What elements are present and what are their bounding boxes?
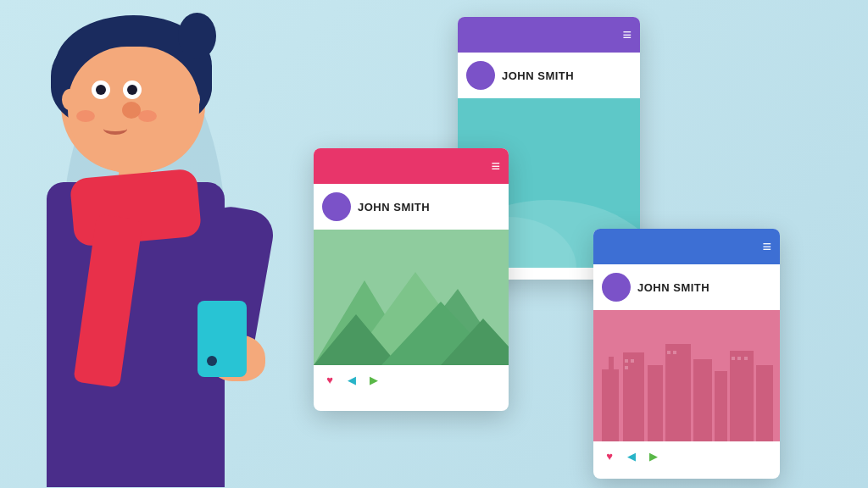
phone <box>198 301 247 377</box>
eye-right <box>123 80 142 99</box>
card-3-heart-icon[interactable]: ♥ <box>602 448 617 463</box>
card-1-chat-icon[interactable]: ◀ <box>344 372 359 387</box>
svg-rect-17 <box>715 371 727 441</box>
social-card-3: ≡ JOHN SMITH ♥ <box>593 229 780 479</box>
svg-rect-15 <box>665 344 691 441</box>
hamburger-icon-3[interactable]: ≡ <box>762 238 771 256</box>
hair-bun <box>178 13 216 59</box>
svg-rect-27 <box>744 357 748 360</box>
card-2-header: ≡ <box>458 17 640 53</box>
character <box>0 0 305 488</box>
hamburger-icon[interactable]: ≡ <box>622 26 632 44</box>
svg-rect-24 <box>673 351 676 354</box>
svg-rect-14 <box>648 365 663 441</box>
card-3-username: JOHN SMITH <box>637 281 709 294</box>
svg-rect-25 <box>732 357 735 360</box>
svg-rect-21 <box>631 359 634 363</box>
card-1-avatar <box>322 192 351 221</box>
svg-rect-12 <box>609 357 614 369</box>
card-3-chat-icon[interactable]: ◀ <box>624 448 639 463</box>
card-1-actions: ♥ ◀ ▶ <box>314 365 509 394</box>
card-1-heart-icon[interactable]: ♥ <box>322 372 337 387</box>
cheek-right <box>138 110 157 122</box>
card-2-user-row: JOHN SMITH <box>458 53 640 98</box>
pupil-right <box>127 85 137 95</box>
card-3-image <box>593 310 780 441</box>
card-1-share-icon[interactable]: ▶ <box>366 372 381 387</box>
card-3-user-row: JOHN SMITH <box>593 264 780 310</box>
svg-rect-18 <box>730 351 754 441</box>
phone-button <box>207 356 217 366</box>
hamburger-icon-1[interactable]: ≡ <box>491 158 500 175</box>
eye-left <box>92 80 110 99</box>
svg-rect-26 <box>737 357 741 360</box>
svg-rect-13 <box>623 352 644 441</box>
card-1-image <box>314 230 509 365</box>
svg-rect-23 <box>667 351 670 354</box>
svg-rect-11 <box>602 369 619 441</box>
mountain-svg <box>314 230 509 365</box>
card-1-username: JOHN SMITH <box>358 201 430 214</box>
pupil-left <box>96 85 106 95</box>
cheek-left <box>76 110 95 122</box>
card-3-header: ≡ <box>593 229 780 264</box>
city-svg <box>593 310 780 441</box>
card-2-avatar <box>466 61 495 90</box>
card-3-avatar <box>602 273 631 302</box>
svg-rect-16 <box>693 359 712 441</box>
svg-rect-20 <box>625 359 628 363</box>
card-3-actions: ♥ ◀ ▶ <box>593 441 780 470</box>
social-card-1: ≡ JOHN SMITH ♥ ◀ ▶ <box>314 148 509 411</box>
card-1-user-row: JOHN SMITH <box>314 184 509 230</box>
mouth <box>103 123 127 135</box>
svg-rect-22 <box>625 366 628 369</box>
card-3-share-icon[interactable]: ▶ <box>646 448 661 463</box>
card-1-header: ≡ <box>314 148 509 184</box>
card-2-username: JOHN SMITH <box>502 69 574 82</box>
svg-rect-19 <box>756 365 773 441</box>
